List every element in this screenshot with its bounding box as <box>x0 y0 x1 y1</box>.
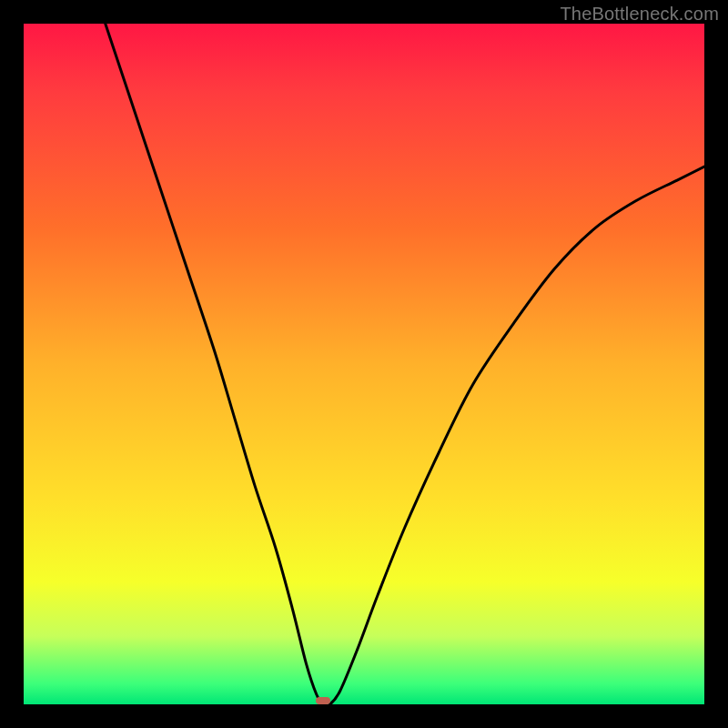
chart-stage: TheBottleneck.com <box>0 0 728 728</box>
bottleneck-curve <box>24 24 704 704</box>
minimum-marker <box>316 697 330 704</box>
watermark-text: TheBottleneck.com <box>560 4 719 25</box>
plot-area <box>24 24 704 704</box>
